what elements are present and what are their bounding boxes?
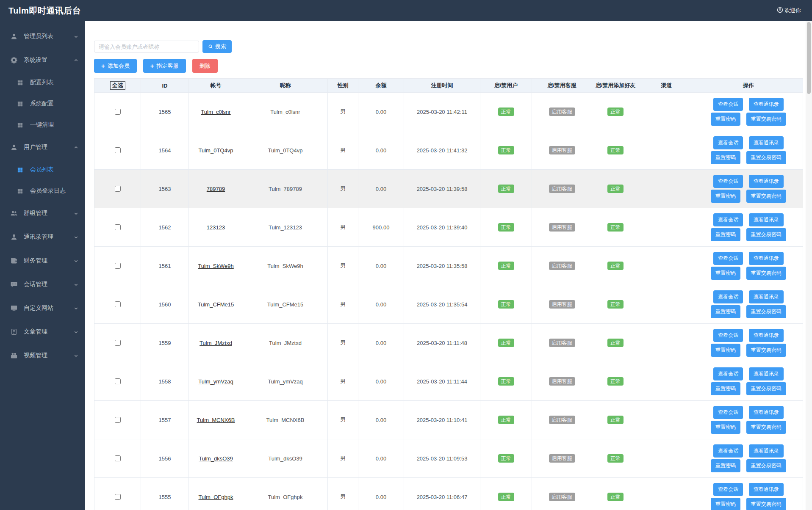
reset-password-button[interactable]: 重置密码 bbox=[711, 305, 740, 318]
user-status-badge[interactable]: 正常 bbox=[498, 146, 514, 154]
delete-button[interactable]: 删除 bbox=[192, 59, 218, 73]
user-status-badge[interactable]: 正常 bbox=[498, 262, 514, 270]
cs-status-badge[interactable]: 启用客服 bbox=[549, 416, 575, 424]
friend-status-badge[interactable]: 正常 bbox=[607, 416, 624, 424]
account-link[interactable]: Tulm_SkWe9h bbox=[198, 263, 234, 269]
view-contacts-button[interactable]: 查看通讯录 bbox=[749, 175, 784, 188]
reset-trade-password-button[interactable]: 重置交易密码 bbox=[746, 113, 786, 126]
user-status-badge[interactable]: 正常 bbox=[498, 300, 514, 309]
view-session-button[interactable]: 查看会话 bbox=[713, 444, 743, 458]
account-link[interactable]: Tulm_MCNX6B bbox=[197, 417, 235, 423]
reset-trade-password-button[interactable]: 重置交易密码 bbox=[746, 190, 786, 203]
row-checkbox[interactable] bbox=[115, 109, 121, 115]
user-status-badge[interactable]: 正常 bbox=[498, 377, 514, 386]
reset-password-button[interactable]: 重置密码 bbox=[711, 498, 740, 510]
friend-status-badge[interactable]: 正常 bbox=[607, 377, 624, 386]
search-button[interactable]: 搜索 bbox=[202, 40, 232, 53]
user-status-badge[interactable]: 正常 bbox=[498, 416, 514, 424]
reset-password-button[interactable]: 重置密码 bbox=[711, 267, 740, 280]
sidebar-subitem-member-list[interactable]: 会员列表 bbox=[0, 159, 85, 180]
account-link[interactable]: Tulm_OFghpk bbox=[199, 494, 233, 500]
view-contacts-button[interactable]: 查看通讯录 bbox=[749, 252, 784, 265]
row-checkbox[interactable] bbox=[115, 147, 121, 153]
view-session-button[interactable]: 查看会话 bbox=[713, 290, 743, 303]
view-contacts-button[interactable]: 查看通讯录 bbox=[749, 367, 784, 380]
user-status-badge[interactable]: 正常 bbox=[498, 339, 514, 347]
account-link[interactable]: 123123 bbox=[207, 224, 225, 231]
view-contacts-button[interactable]: 查看通讯录 bbox=[749, 290, 784, 303]
sidebar-item-session-management[interactable]: 会话管理 bbox=[0, 273, 85, 296]
reset-password-button[interactable]: 重置密码 bbox=[711, 113, 740, 126]
add-member-button[interactable]: + 添加会员 bbox=[94, 59, 137, 73]
view-session-button[interactable]: 查看会话 bbox=[713, 175, 743, 188]
row-checkbox[interactable] bbox=[115, 301, 121, 307]
cs-status-badge[interactable]: 启用客服 bbox=[549, 262, 575, 270]
cs-status-badge[interactable]: 启用客服 bbox=[549, 108, 575, 116]
view-contacts-button[interactable]: 查看通讯录 bbox=[749, 329, 784, 342]
cs-status-badge[interactable]: 启用客服 bbox=[549, 300, 575, 309]
reset-trade-password-button[interactable]: 重置交易密码 bbox=[746, 421, 786, 434]
view-contacts-button[interactable]: 查看通讯录 bbox=[749, 136, 784, 149]
cs-status-badge[interactable]: 启用客服 bbox=[549, 223, 575, 232]
user-status-badge[interactable]: 正常 bbox=[498, 454, 514, 463]
reset-password-button[interactable]: 重置密码 bbox=[711, 151, 740, 164]
view-session-button[interactable]: 查看会话 bbox=[713, 136, 743, 149]
reset-password-button[interactable]: 重置密码 bbox=[711, 421, 740, 434]
reset-trade-password-button[interactable]: 重置交易密码 bbox=[746, 267, 786, 280]
friend-status-badge[interactable]: 正常 bbox=[607, 185, 624, 193]
friend-status-badge[interactable]: 正常 bbox=[607, 223, 624, 232]
sidebar-subitem-config-list[interactable]: 配置列表 bbox=[0, 72, 85, 93]
reset-password-button[interactable]: 重置密码 bbox=[711, 344, 740, 357]
view-session-button[interactable]: 查看会话 bbox=[713, 252, 743, 265]
sidebar-item-custom-website[interactable]: 自定义网站 bbox=[0, 296, 85, 320]
sidebar-item-video-management[interactable]: 视频管理 bbox=[0, 344, 85, 367]
account-link[interactable]: Tulm_ymVzaq bbox=[198, 378, 233, 385]
sidebar-subitem-one-key-clean[interactable]: 一键清理 bbox=[0, 114, 85, 135]
view-contacts-button[interactable]: 查看通讯录 bbox=[749, 406, 784, 419]
sidebar-subitem-member-login-log[interactable]: 会员登录日志 bbox=[0, 180, 85, 201]
friend-status-badge[interactable]: 正常 bbox=[607, 493, 624, 501]
view-session-button[interactable]: 查看会话 bbox=[713, 329, 743, 342]
cs-status-badge[interactable]: 启用客服 bbox=[549, 185, 575, 193]
cs-status-badge[interactable]: 启用客服 bbox=[549, 454, 575, 463]
account-link[interactable]: Tulm_0TQ4vp bbox=[199, 147, 233, 154]
view-contacts-button[interactable]: 查看通讯录 bbox=[749, 483, 784, 496]
view-contacts-button[interactable]: 查看通讯录 bbox=[749, 213, 784, 226]
assign-cs-button[interactable]: + 指定客服 bbox=[143, 59, 186, 73]
account-link[interactable]: Tulm_c0lsnr bbox=[201, 109, 230, 115]
account-link[interactable]: 789789 bbox=[207, 186, 225, 192]
select-all-toggle[interactable]: 全选 bbox=[110, 81, 125, 90]
sidebar-item-finance-management[interactable]: 财务管理 bbox=[0, 249, 85, 273]
scrollbar-track[interactable] bbox=[806, 21, 812, 510]
friend-status-badge[interactable]: 正常 bbox=[607, 108, 624, 116]
view-contacts-button[interactable]: 查看通讯录 bbox=[749, 98, 784, 111]
scrollbar-thumb[interactable] bbox=[807, 22, 811, 94]
reset-password-button[interactable]: 重置密码 bbox=[711, 382, 740, 395]
row-checkbox[interactable] bbox=[115, 263, 121, 269]
sidebar-item-group-management[interactable]: 群组管理 bbox=[0, 201, 85, 225]
friend-status-badge[interactable]: 正常 bbox=[607, 300, 624, 309]
view-session-button[interactable]: 查看会话 bbox=[713, 483, 743, 496]
user-status-badge[interactable]: 正常 bbox=[498, 185, 514, 193]
sidebar-subitem-system-config[interactable]: 系统配置 bbox=[0, 93, 85, 114]
account-link[interactable]: Tulm_JMztxd bbox=[200, 340, 232, 346]
reset-trade-password-button[interactable]: 重置交易密码 bbox=[746, 305, 786, 318]
user-status-badge[interactable]: 正常 bbox=[498, 108, 514, 116]
friend-status-badge[interactable]: 正常 bbox=[607, 146, 624, 154]
user-status-badge[interactable]: 正常 bbox=[498, 493, 514, 501]
search-input[interactable] bbox=[94, 41, 199, 52]
account-link[interactable]: Tulm_CFMe15 bbox=[198, 301, 234, 308]
reset-password-button[interactable]: 重置密码 bbox=[711, 459, 740, 472]
reset-trade-password-button[interactable]: 重置交易密码 bbox=[746, 498, 786, 510]
cs-status-badge[interactable]: 启用客服 bbox=[549, 377, 575, 386]
welcome-user[interactable]: 欢迎你 bbox=[777, 7, 801, 14]
sidebar-item-admin-list[interactable]: 管理员列表 bbox=[0, 25, 85, 48]
view-session-button[interactable]: 查看会话 bbox=[713, 406, 743, 419]
friend-status-badge[interactable]: 正常 bbox=[607, 454, 624, 463]
friend-status-badge[interactable]: 正常 bbox=[607, 262, 624, 270]
view-session-button[interactable]: 查看会话 bbox=[713, 213, 743, 226]
reset-trade-password-button[interactable]: 重置交易密码 bbox=[746, 382, 786, 395]
sidebar-item-user-management[interactable]: 用户管理 bbox=[0, 135, 85, 159]
view-session-button[interactable]: 查看会话 bbox=[713, 367, 743, 380]
user-status-badge[interactable]: 正常 bbox=[498, 223, 514, 232]
